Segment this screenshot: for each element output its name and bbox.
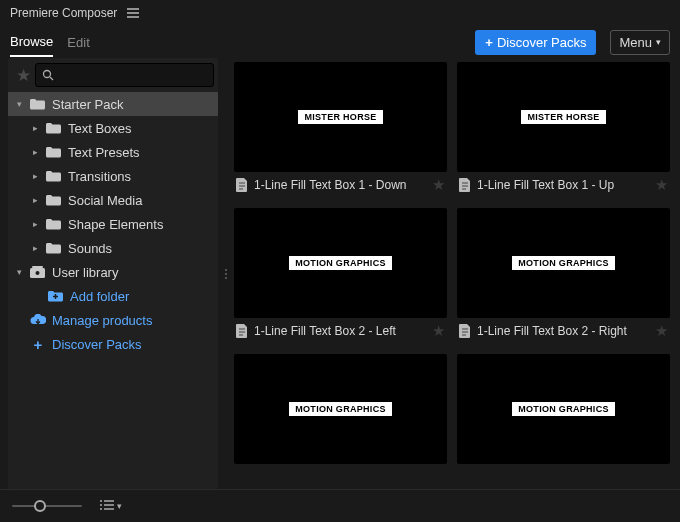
chevron-down-icon: ▾ bbox=[14, 267, 24, 277]
folder-icon bbox=[46, 122, 62, 134]
asset-thumbnail: MOTION GRAPHICS bbox=[234, 208, 447, 318]
file-icon bbox=[236, 178, 248, 192]
svg-point-0 bbox=[44, 71, 51, 78]
tab-edit[interactable]: Edit bbox=[67, 29, 89, 56]
chevron-right-icon: ▸ bbox=[30, 171, 40, 181]
folder-label: Transitions bbox=[68, 169, 131, 184]
asset-thumbnail: MISTER HORSE bbox=[234, 62, 447, 172]
asset-gallery: MISTER HORSE1-Line Fill Text Box 1 - Dow… bbox=[234, 58, 672, 489]
folder-shape-elements[interactable]: ▸ Shape Elements bbox=[8, 212, 218, 236]
folder-label: Sounds bbox=[68, 241, 112, 256]
folder-icon bbox=[46, 218, 62, 230]
folder-sounds[interactable]: ▸ Sounds bbox=[8, 236, 218, 260]
asset-thumbnail: MOTION GRAPHICS bbox=[234, 354, 447, 464]
folder-label: Text Boxes bbox=[68, 121, 132, 136]
folder-icon bbox=[30, 98, 46, 110]
cloud-download-icon bbox=[30, 314, 46, 326]
thumbnail-text: MOTION GRAPHICS bbox=[289, 256, 392, 270]
folder-icon bbox=[46, 146, 62, 158]
discover-packs-label: Discover Packs bbox=[497, 35, 587, 50]
favorite-star-icon[interactable]: ★ bbox=[432, 176, 445, 194]
search-box[interactable] bbox=[35, 63, 214, 87]
chevron-right-icon: ▸ bbox=[30, 123, 40, 133]
folder-label: Starter Pack bbox=[52, 97, 124, 112]
plus-icon: + bbox=[485, 35, 493, 50]
chevron-down-icon: ▾ bbox=[656, 37, 661, 47]
file-icon bbox=[459, 178, 471, 192]
folder-text-boxes[interactable]: ▸ Text Boxes bbox=[8, 116, 218, 140]
asset-card[interactable]: MOTION GRAPHICS bbox=[234, 354, 447, 464]
favorite-star-icon[interactable]: ★ bbox=[655, 176, 668, 194]
chevron-down-icon: ▾ bbox=[117, 501, 122, 511]
svg-line-1 bbox=[50, 77, 53, 80]
thumbnail-text: MISTER HORSE bbox=[298, 110, 382, 124]
chevron-right-icon: ▸ bbox=[30, 195, 40, 205]
plus-icon: + bbox=[30, 336, 46, 353]
thumbnail-text: MOTION GRAPHICS bbox=[512, 402, 615, 416]
file-icon bbox=[459, 324, 471, 338]
asset-card[interactable]: MISTER HORSE1-Line Fill Text Box 1 - Up★ bbox=[457, 62, 670, 198]
folder-label: Social Media bbox=[68, 193, 142, 208]
svg-point-4 bbox=[36, 271, 40, 275]
asset-thumbnail: MOTION GRAPHICS bbox=[457, 208, 670, 318]
asset-caption: 1-Line Fill Text Box 1 - Up bbox=[477, 178, 614, 192]
add-folder-icon bbox=[48, 290, 64, 302]
asset-caption: 1-Line Fill Text Box 2 - Left bbox=[254, 324, 396, 338]
asset-card[interactable]: MOTION GRAPHICS1-Line Fill Text Box 2 - … bbox=[234, 208, 447, 344]
menu-button[interactable]: Menu ▾ bbox=[610, 30, 670, 55]
slider-knob[interactable] bbox=[34, 500, 46, 512]
asset-card[interactable]: MOTION GRAPHICS1-Line Fill Text Box 2 - … bbox=[457, 208, 670, 344]
manage-products-button[interactable]: Manage products bbox=[8, 308, 218, 332]
favorites-star-icon[interactable]: ★ bbox=[12, 65, 35, 86]
asset-caption-row: 1-Line Fill Text Box 1 - Up★ bbox=[457, 172, 670, 198]
folder-starter-pack[interactable]: ▾ Starter Pack bbox=[8, 92, 218, 116]
file-icon bbox=[236, 324, 248, 338]
menu-label: Menu bbox=[619, 35, 652, 50]
asset-card[interactable]: MOTION GRAPHICS bbox=[457, 354, 670, 464]
folder-social-media[interactable]: ▸ Social Media bbox=[8, 188, 218, 212]
svg-rect-3 bbox=[32, 266, 43, 268]
add-folder-label: Add folder bbox=[70, 289, 129, 304]
list-view-icon bbox=[100, 500, 114, 512]
asset-thumbnail: MOTION GRAPHICS bbox=[457, 354, 670, 464]
panel-resize-handle[interactable] bbox=[224, 58, 228, 489]
thumbnail-size-slider[interactable] bbox=[12, 505, 82, 507]
folder-label: Shape Elements bbox=[68, 217, 163, 232]
asset-caption-row: 1-Line Fill Text Box 1 - Down★ bbox=[234, 172, 447, 198]
thumbnail-text: MOTION GRAPHICS bbox=[289, 402, 392, 416]
sidebar: ★ ▾ Starter Pack ▸ Text Boxes bbox=[8, 58, 218, 489]
chevron-right-icon: ▸ bbox=[30, 243, 40, 253]
hamburger-icon[interactable] bbox=[127, 8, 139, 18]
thumbnail-text: MISTER HORSE bbox=[521, 110, 605, 124]
favorite-star-icon[interactable]: ★ bbox=[655, 322, 668, 340]
folder-transitions[interactable]: ▸ Transitions bbox=[8, 164, 218, 188]
folder-tree: ▾ Starter Pack ▸ Text Boxes ▸ Text Prese… bbox=[8, 92, 218, 489]
add-folder-button[interactable]: Add folder bbox=[8, 284, 218, 308]
sidebar-discover-packs-label: Discover Packs bbox=[52, 337, 142, 352]
folder-label: Text Presets bbox=[68, 145, 140, 160]
folder-icon bbox=[46, 242, 62, 254]
manage-products-label: Manage products bbox=[52, 313, 152, 328]
discover-packs-button[interactable]: + Discover Packs bbox=[475, 30, 596, 55]
folder-icon bbox=[46, 194, 62, 206]
folder-label: User library bbox=[52, 265, 118, 280]
app-title: Premiere Composer bbox=[10, 6, 117, 20]
chevron-right-icon: ▸ bbox=[30, 147, 40, 157]
asset-card[interactable]: MISTER HORSE1-Line Fill Text Box 1 - Dow… bbox=[234, 62, 447, 198]
asset-caption-row: 1-Line Fill Text Box 2 - Right★ bbox=[457, 318, 670, 344]
folder-icon bbox=[46, 170, 62, 182]
view-mode-toggle[interactable]: ▾ bbox=[100, 500, 122, 512]
asset-caption: 1-Line Fill Text Box 2 - Right bbox=[477, 324, 627, 338]
asset-caption-row: 1-Line Fill Text Box 2 - Left★ bbox=[234, 318, 447, 344]
library-icon bbox=[30, 266, 46, 278]
chevron-down-icon: ▾ bbox=[14, 99, 24, 109]
search-icon bbox=[42, 69, 54, 81]
thumbnail-text: MOTION GRAPHICS bbox=[512, 256, 615, 270]
sidebar-discover-packs-button[interactable]: + Discover Packs bbox=[8, 332, 218, 356]
tab-browse[interactable]: Browse bbox=[10, 28, 53, 57]
folder-text-presets[interactable]: ▸ Text Presets bbox=[8, 140, 218, 164]
folder-user-library[interactable]: ▾ User library bbox=[8, 260, 218, 284]
asset-caption: 1-Line Fill Text Box 1 - Down bbox=[254, 178, 407, 192]
favorite-star-icon[interactable]: ★ bbox=[432, 322, 445, 340]
search-input[interactable] bbox=[59, 67, 207, 83]
